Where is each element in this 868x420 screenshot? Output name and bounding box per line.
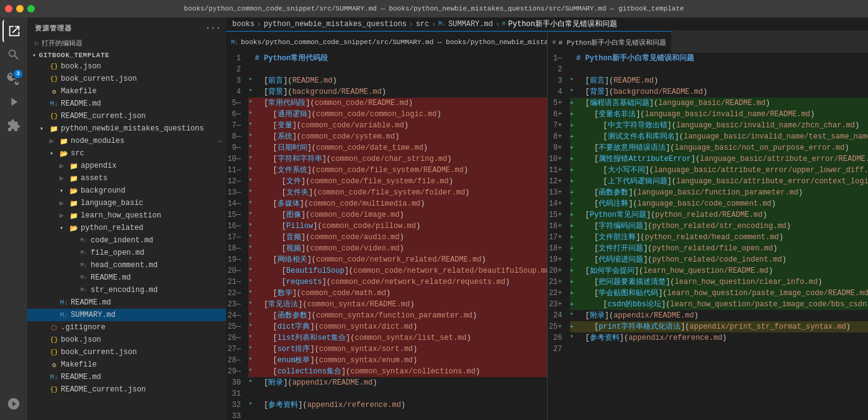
right-tab-md-icon: # — [553, 39, 556, 46]
split-editor: M↓ books/python_common_code_snippet/src/… — [226, 31, 868, 420]
breadcrumb-summary[interactable]: SUMMARY.md — [448, 20, 493, 29]
folder-src-icon: 📂 — [58, 148, 70, 158]
json-icon: {} — [48, 111, 60, 121]
tree-item-code-indent[interactable]: M↓ code_indent.md — [27, 234, 226, 247]
left-line-6: 6— * [通用逻辑](common_code/common_logic.md) — [226, 109, 547, 120]
left-line-3: 3 * [前言](README.md) — [226, 75, 547, 86]
tree-item-book-json2[interactable]: {} book.json — [27, 334, 226, 346]
folder-icon: 📁 — [68, 161, 79, 171]
sidebar-more-icon[interactable]: ··· — [207, 22, 219, 34]
left-editor-content[interactable]: 1 # Python常用代码段 2 3 * — [226, 53, 547, 420]
tree-item-python-newbie[interactable]: ▾ 📁 python_newbie_mistakes_questions — [27, 122, 226, 135]
tree-item-book-current-json2[interactable]: {} book_current.json — [27, 346, 226, 358]
tree-item-book-json[interactable]: {} book.json — [27, 60, 226, 73]
left-pane-tab-bar: M↓ books/python_common_code_snippet/src/… — [226, 31, 547, 53]
tree-item-background[interactable]: ▾ 📂 background — [27, 185, 226, 197]
right-line-25: 25+ + [print字符串格式化语法](appendix/print_str… — [548, 321, 869, 332]
breadcrumb-python-newbie[interactable]: python_newbie_mistakes_questions — [264, 20, 407, 29]
activity-source-control[interactable] — [2, 67, 25, 89]
tree-item-readme-newbie[interactable]: M↓ README.md — [27, 296, 226, 309]
left-pane-tab[interactable]: M↓ books/python_common_code_snippet/src/… — [226, 31, 547, 53]
main-layout: 资源管理器 ··· ▷ 打开的编辑器 ▾ GITBOOK_TEMPLATE {}… — [0, 17, 868, 420]
right-pane-tab[interactable]: # # Python新手小白常见错误和问题 — [548, 31, 672, 53]
activity-explorer[interactable] — [2, 20, 25, 42]
tree-item-book-current-json[interactable]: {} book_current.json — [27, 73, 226, 85]
right-editor-content[interactable]: 1— # Python新手小白常见错误和问题 2 3 — [548, 53, 869, 420]
left-line-20: 20— * [BeautifulSoup](common_code/networ… — [226, 265, 547, 276]
tree-item-appendix[interactable]: ▷ 📁 appendix — [27, 160, 226, 172]
tree-item-summary-selected[interactable]: M↓ SUMMARY.md — [27, 309, 226, 321]
right-line-12: 12+ + [上下代码逻辑问题](language_basic/attribut… — [548, 176, 869, 187]
open-editors-header[interactable]: ▷ 打开的编辑器 — [27, 36, 226, 50]
tree-item-readme-current-json[interactable]: {} README_current.json — [27, 110, 226, 122]
tree-item-readme-current-json2[interactable]: {} README_current.json — [27, 383, 226, 396]
left-line-8: 8— * [系统](common_code/system.md) — [226, 131, 547, 142]
right-line-13: 13+ + [函数参数](language_basic/function_par… — [548, 187, 869, 198]
left-line-31: 31 — [226, 388, 547, 399]
activity-bottom — [2, 393, 25, 420]
md-icon: M↓ — [48, 99, 60, 109]
tree-item-node-modules[interactable]: ▷ 📁 node_modules → — [27, 135, 226, 147]
breadcrumb-src[interactable]: src — [416, 20, 430, 29]
tree-item-head-comment[interactable]: M↓ head_comment.md — [27, 259, 226, 272]
activity-run[interactable] — [2, 91, 25, 113]
tree-item-language-basic[interactable]: ▷ 📁 language_basic — [27, 197, 226, 209]
tree-item-src[interactable]: ▾ 📂 src — [27, 147, 226, 160]
folder-icon: 📁 — [68, 198, 79, 208]
tree-item-str-encoding[interactable]: M↓ str_encoding.md — [27, 284, 226, 296]
tree-item-file-open[interactable]: M↓ file_open.md — [27, 247, 226, 259]
right-line-3: 3 * [前言](README.md) — [548, 75, 869, 86]
left-line-2: 2 — [226, 64, 547, 75]
right-line-27: 27 — [548, 344, 869, 355]
maximize-button[interactable] — [27, 5, 35, 12]
json-icon: {} — [48, 335, 60, 345]
minimize-button[interactable] — [16, 5, 24, 12]
md-icon: M↓ — [58, 310, 70, 320]
tree-item-assets[interactable]: ▷ 📁 assets — [27, 172, 226, 185]
left-line-25: 25— * [dict字典](common_syntax/dict.md) — [226, 321, 547, 332]
left-line-10: 10— * [字符和字符串](common_code/char_string.m… — [226, 153, 547, 165]
left-line-15: 15— * [图像](common_code/image.md) — [226, 209, 547, 221]
activity-remote[interactable] — [2, 393, 25, 415]
right-line-24: 24 * [附录](appendix/README.md) — [548, 310, 869, 321]
tree-item-makefile[interactable]: ⚙ Makefile — [27, 85, 226, 98]
breadcrumb-books[interactable]: books — [232, 20, 255, 29]
left-line-7: 7— * [变量](common_code/variable.md) — [226, 120, 547, 131]
tree-item-python-related[interactable]: ▾ 📂 python_related — [27, 222, 226, 234]
right-line-23: 23+ + [csdn的bbs论坛](learn_how_question/pa… — [548, 299, 869, 310]
md-icon: M↓ — [78, 285, 89, 295]
tree-item-readme3[interactable]: M↓ README.md — [27, 371, 226, 383]
left-tab-md-icon: M↓ — [231, 39, 238, 46]
gitbook-template-section[interactable]: ▾ GITBOOK_TEMPLATE — [27, 50, 226, 60]
activity-extensions[interactable] — [2, 114, 25, 137]
sidebar: 资源管理器 ··· ▷ 打开的编辑器 ▾ GITBOOK_TEMPLATE {}… — [27, 17, 226, 420]
md-icon: M↓ — [78, 273, 89, 283]
right-line-15: 15+ + [Python常见问题](python_related/README… — [548, 209, 869, 221]
close-button[interactable] — [5, 5, 12, 12]
right-code-lines: 1— # Python新手小白常见错误和问题 2 3 — [548, 53, 869, 355]
tree-item-makefile2[interactable]: ⚙ Makefile — [27, 358, 226, 371]
right-line-5: 5+ + [编程语言基础问题](language_basic/README.md… — [548, 98, 869, 109]
folder-open-icon: 📁 — [48, 124, 60, 134]
left-line-21: 21— * [requests](common_code/network_rel… — [226, 276, 547, 288]
left-line-28: 28— * [enum枚举](common_syntax/enum.md) — [226, 355, 547, 366]
makefile-icon: ⚙ — [48, 360, 60, 370]
left-line-19: 19— * [网络相关](common_code/network_related… — [226, 254, 547, 265]
tree-item-readme-py[interactable]: M↓ README.md — [27, 272, 226, 284]
left-line-24: 24— * [函数参数](common_syntax/function_para… — [226, 310, 547, 321]
activity-search[interactable] — [2, 43, 25, 66]
json-icon: {} — [48, 74, 60, 84]
tree-item-gitignore[interactable]: ⬡ .gitignore — [27, 321, 226, 334]
tree-item-readme[interactable]: M↓ README.md — [27, 98, 226, 110]
right-line-26: 26 * [参考资料](appendix/reference.md) — [548, 332, 869, 344]
right-line-18: 18+ + [文件打开问题](python_related/file_open.… — [548, 243, 869, 254]
breadcrumb-heading: Python新手小白常见错误和问题 — [509, 19, 617, 29]
tree-item-learn-how[interactable]: ▷ 📁 learn_how_question — [27, 209, 226, 222]
left-code-lines: 1 # Python常用代码段 2 3 * — [226, 53, 547, 420]
right-line-4: 4 * [背景](background/README.md) — [548, 86, 869, 98]
left-line-26: 26— * [list列表和set集合](common_syntax/list_… — [226, 332, 547, 344]
left-line-12: 12— * [文件](common_code/file_system/file.… — [226, 176, 547, 187]
right-line-6: 6+ + [变量名非法](language_basic/invalid_name… — [548, 109, 869, 120]
activity-bar — [0, 17, 27, 420]
right-line-7: 7+ + [中文字符导致出错](language_basic/invalid_n… — [548, 120, 869, 131]
